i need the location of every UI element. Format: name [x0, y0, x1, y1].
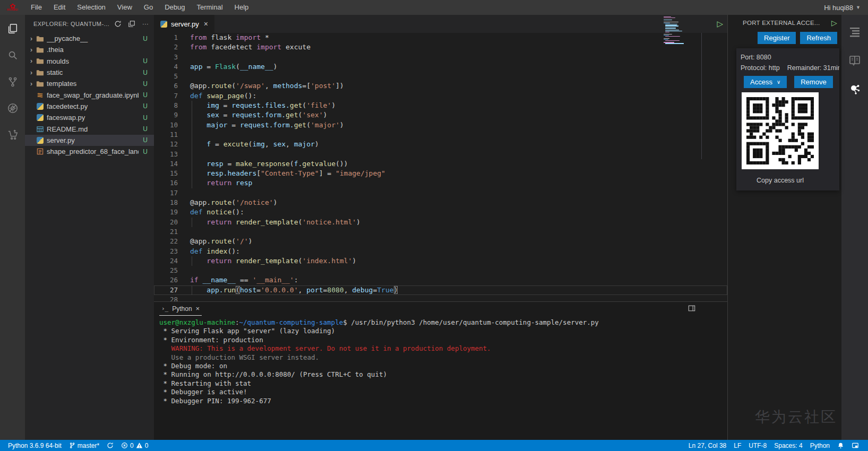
problems-status[interactable]: 0 0 [117, 440, 152, 451]
sync-icon[interactable] [103, 440, 117, 451]
file-item-static[interactable]: ›staticU [25, 67, 154, 78]
folder-file-icon [36, 46, 44, 54]
file-item-templates[interactable]: ›templatesU [25, 78, 154, 89]
register-button[interactable]: Register [758, 32, 796, 44]
menu-go[interactable]: Go [138, 0, 159, 15]
git-branch-status[interactable]: master* [65, 440, 103, 451]
split-panel-icon[interactable] [688, 305, 695, 314]
extensions-cart-icon[interactable] [6, 128, 19, 141]
explorer-title: EXPLORER: QUANTUM-... [33, 21, 109, 27]
tab-server-py[interactable]: server.py × [154, 15, 214, 33]
encoding-status[interactable]: UTF-8 [745, 442, 770, 449]
warning-count: 0 [145, 442, 149, 449]
docs-book-icon[interactable] [848, 54, 861, 69]
line-number: 3 [154, 53, 178, 62]
terminal-tab-python[interactable]: ›_ Python × [159, 302, 202, 316]
git-status-badge: U [143, 91, 148, 99]
file-item-readme-md[interactable]: README.mdU [25, 123, 154, 134]
source-control-icon[interactable] [6, 75, 19, 88]
code-line: 28 [154, 295, 727, 301]
cursor-position-status[interactable]: Ln 27, Col 38 [685, 442, 730, 449]
port-value: Port: 8080 [740, 54, 839, 61]
qr-code [742, 92, 819, 169]
minimap[interactable] [664, 16, 697, 45]
outline-list-icon[interactable] [848, 25, 861, 40]
line-number: 6 [154, 81, 178, 91]
file-name: faceswap.py [47, 114, 139, 122]
line-number: 1 [154, 33, 178, 42]
line-number: 13 [154, 150, 178, 159]
line-number: 19 [154, 207, 178, 217]
file-item-faceswap-py[interactable]: faceswap.pyU [25, 112, 154, 123]
line-number: 20 [154, 218, 178, 227]
file-tree: ›__pycache__U›.theia›mouldsU›staticU›tem… [25, 33, 154, 157]
line-number: 10 [154, 120, 178, 130]
folder-chevron-icon: › [27, 80, 36, 88]
menu-help[interactable]: Help [229, 0, 255, 15]
protocol-value: Protocol: http [741, 64, 780, 72]
menu-file[interactable]: File [25, 0, 48, 15]
remove-button[interactable]: Remove [794, 76, 832, 88]
explorer-sidebar: EXPLORER: QUANTUM-... ··· ›__pyca [25, 15, 154, 440]
warnings-icon [136, 442, 143, 449]
terminal-line: * Serving Flask app "server" (lazy loadi… [159, 327, 727, 335]
file-item-server-py[interactable]: server.pyU [25, 135, 154, 146]
refresh-button[interactable]: Refresh [800, 32, 837, 44]
line-number: 4 [154, 62, 178, 72]
terminal-tab-label: Python [172, 305, 192, 313]
language-mode-status[interactable]: Python [806, 442, 833, 449]
menu-view[interactable]: View [111, 0, 138, 15]
search-icon[interactable] [6, 49, 19, 62]
git-status-badge: U [143, 69, 148, 76]
menu-edit[interactable]: Edit [48, 0, 71, 15]
terminal-header: ›_ Python × [154, 302, 727, 316]
share-network-icon[interactable] [848, 83, 861, 98]
port-run-icon[interactable]: ▷ [831, 19, 837, 27]
access-button[interactable]: Access ∨ [744, 76, 787, 88]
file-item-moulds[interactable]: ›mouldsU [25, 56, 154, 67]
code-line: 21 [154, 227, 727, 237]
close-icon[interactable]: × [203, 20, 209, 28]
menu-selection[interactable]: Selection [71, 0, 111, 15]
run-file-icon[interactable]: ▷ [717, 15, 723, 33]
code-editor[interactable]: 1from flask import *2from facedetect imp… [154, 33, 727, 301]
copy-access-url-link[interactable]: Copy access url [740, 177, 821, 184]
file-item-face-swap-for-graduate-ipynb[interactable]: face_swap_for_graduate.ipynbU [25, 89, 154, 100]
terminal-line: WARNING: This is a development server. D… [159, 344, 727, 353]
git-status-badge: U [143, 57, 148, 65]
menu-debug[interactable]: Debug [159, 0, 191, 15]
file-item-shape-predictor-68-face-land-[interactable]: shape_predictor_68_face_land...U [25, 146, 154, 157]
notifications-bell-icon[interactable] [833, 442, 848, 449]
code-line: 13 [154, 150, 727, 159]
terminal-output[interactable]: user@nxzglu-machine:~/quantum-computing-… [154, 316, 727, 440]
line-number: 17 [154, 188, 178, 198]
terminal-line: * Restarting with stat [159, 379, 727, 388]
tab-label: server.py [171, 20, 199, 28]
terminal-close-icon[interactable]: × [196, 305, 200, 313]
file-item--theia[interactable]: ›.theia [25, 44, 154, 55]
debug-disabled-icon[interactable] [6, 102, 19, 115]
line-number: 25 [154, 266, 178, 275]
file-item--pycache-[interactable]: ›__pycache__U [25, 33, 154, 44]
menu-terminal[interactable]: Terminal [191, 0, 228, 15]
activity-bar [0, 15, 25, 440]
files-icon[interactable] [6, 22, 19, 35]
code-line: 14 resp = make_response(f.getvalue()) [154, 159, 727, 169]
eol-status[interactable]: LF [730, 442, 745, 449]
code-line: 17 [154, 188, 727, 198]
folder-file-icon [36, 68, 44, 77]
overview-ruler [701, 33, 702, 159]
screencast-icon[interactable] [848, 442, 863, 449]
folder-chevron-icon: › [27, 46, 36, 54]
indentation-status[interactable]: Spaces: 4 [770, 442, 806, 449]
refresh-icon[interactable] [114, 20, 122, 28]
markdown-file-icon [36, 125, 44, 133]
branch-name: master* [78, 442, 99, 449]
file-item-facedetect-py[interactable]: facedetect.pyU [25, 101, 154, 112]
terminal-line: * Debugger PIN: 199-962-677 [159, 397, 727, 405]
python-version-status[interactable]: Python 3.6.9 64-bit [4, 440, 65, 451]
more-actions-icon[interactable]: ··· [141, 20, 150, 28]
user-menu[interactable]: Hi huqi88 ▼ [824, 4, 861, 12]
collapse-all-icon[interactable] [127, 20, 136, 28]
port-panel-title: PORT EXTERNAL ACCE... [743, 20, 820, 26]
